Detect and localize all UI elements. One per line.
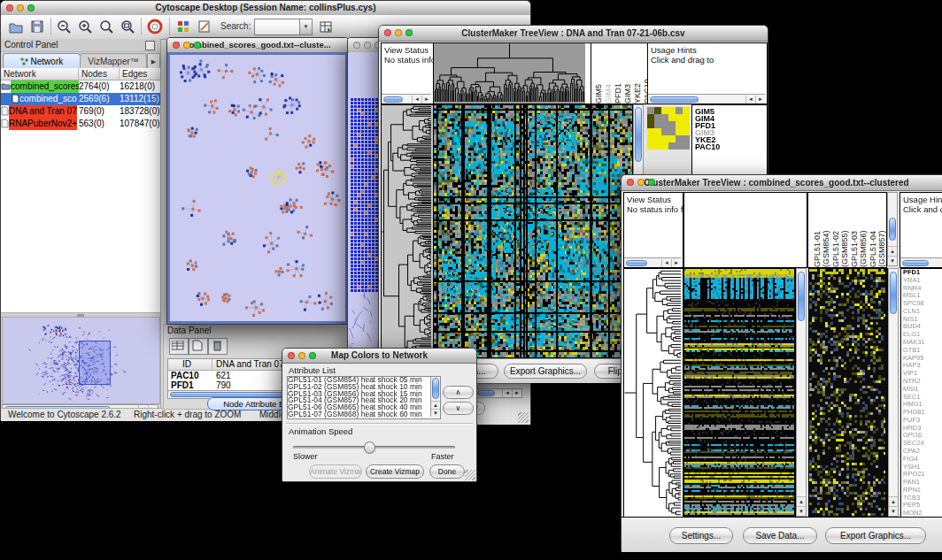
scroll-right-icon[interactable]: ►: [421, 96, 431, 104]
tv2-column-dendrogram-panel[interactable]: [683, 192, 807, 268]
tv2-top-vscrollbar[interactable]: ▲ ▼: [887, 192, 898, 266]
dialog-titlebar[interactable]: Map Colors to Network: [282, 349, 476, 364]
network-view-titlebar[interactable]: combined_scores_good.txt--cluste...: [167, 38, 348, 53]
list-vscrollbar[interactable]: ▲ ▼: [430, 377, 440, 417]
scroll-down-icon[interactable]: ▼: [888, 256, 897, 265]
close-icon[interactable]: [384, 29, 391, 36]
close-icon[interactable]: [6, 4, 13, 12]
tv1-gene-dendrogram[interactable]: [382, 105, 431, 357]
zoom-in-icon[interactable]: [77, 19, 93, 35]
open-session-icon[interactable]: [8, 19, 24, 35]
scroll-down-icon[interactable]: ▼: [431, 409, 440, 417]
scroll-up-icon[interactable]: ▲: [797, 496, 806, 506]
close-icon[interactable]: [353, 42, 360, 49]
col-edges[interactable]: Edges: [120, 68, 160, 81]
scrollbar-thumb[interactable]: [635, 107, 642, 162]
delete-attribute-icon[interactable]: [208, 338, 228, 355]
resize-grip[interactable]: [465, 470, 475, 480]
hscrollbar[interactable]: ◄►: [900, 257, 942, 267]
new-attribute-icon[interactable]: [189, 338, 208, 355]
table-view-icon[interactable]: [169, 338, 189, 355]
main-window-controls[interactable]: [6, 4, 35, 12]
zoom-out-icon[interactable]: [56, 19, 72, 35]
scrollbar-thumb[interactable]: [798, 272, 805, 321]
tv2-zoom-vscrollbar[interactable]: ▲ ▼: [888, 268, 899, 517]
close-icon[interactable]: [173, 42, 180, 49]
minimize-icon[interactable]: [183, 42, 190, 49]
network-view-2-canvas[interactable]: [349, 52, 378, 383]
move-down-button[interactable]: ∨: [443, 402, 474, 415]
scroll-down-icon[interactable]: ▼: [889, 506, 898, 516]
resize-grip[interactable]: [518, 412, 529, 423]
minimize-icon[interactable]: [395, 29, 402, 36]
scroll-up-icon[interactable]: ▲: [889, 496, 898, 506]
zoom-window-icon[interactable]: [194, 42, 201, 49]
tab-network[interactable]: Network: [3, 53, 81, 69]
close-icon[interactable]: [627, 179, 634, 186]
scroll-up-icon[interactable]: ▲: [888, 246, 897, 256]
annotation-icon[interactable]: [197, 19, 212, 35]
scroll-down-icon[interactable]: ▼: [797, 506, 806, 516]
import-table-icon[interactable]: [318, 19, 334, 35]
network-view-canvas[interactable]: [170, 55, 345, 321]
scroll-right-icon[interactable]: ►: [512, 389, 521, 397]
attribute-list[interactable]: GPL51-01 (GSM854) heat shock 05 minGPL51…: [287, 376, 441, 419]
zoom-window-icon[interactable]: [405, 29, 413, 36]
attr-col-id[interactable]: ID: [168, 359, 212, 369]
search-dropdown-icon[interactable]: ▼: [299, 19, 313, 35]
move-up-button[interactable]: ∧: [443, 386, 474, 399]
speed-slider-handle[interactable]: [364, 441, 375, 454]
hscrollbar[interactable]: ◄►: [475, 388, 522, 398]
export-graphics-button[interactable]: Export Graphics...: [825, 527, 926, 544]
vizmapper-icon[interactable]: [175, 19, 191, 35]
scroll-left-icon[interactable]: ◄: [412, 96, 421, 104]
zoom-window-icon[interactable]: [27, 4, 35, 12]
tv2-zoom-heatmap[interactable]: [809, 269, 885, 516]
animate-vizmap-button[interactable]: Animate Vizmap: [309, 464, 362, 479]
tv2-vscrollbar[interactable]: ▲ ▼: [796, 268, 807, 517]
minimize-icon[interactable]: [298, 352, 305, 359]
main-titlebar[interactable]: Cytoscape Desktop (Session Name: collins…: [1, 1, 530, 16]
tv2-global-heatmap[interactable]: [684, 269, 794, 516]
zoom-window-icon[interactable]: [648, 179, 655, 186]
minimize-icon[interactable]: [364, 42, 371, 49]
zoom-selected-icon[interactable]: [98, 19, 114, 35]
hscrollbar[interactable]: ◄►: [382, 94, 431, 104]
scroll-left-icon[interactable]: ◄: [502, 389, 512, 397]
tv2-gene-dendrogram[interactable]: [624, 269, 681, 516]
col-nodes[interactable]: Nodes: [79, 68, 120, 81]
scroll-left-icon[interactable]: ◄: [745, 96, 755, 104]
hscrollbar[interactable]: ◄►: [624, 257, 681, 267]
minimize-icon[interactable]: [17, 4, 24, 12]
help-icon[interactable]: [147, 19, 163, 35]
scrollbar-thumb[interactable]: [889, 218, 896, 241]
network-row-rnapuber[interactable]: RNAPuberNov2+563(0)107847(0): [1, 118, 160, 130]
tv1-zoom-heatmap[interactable]: [647, 107, 690, 150]
minimize-icon[interactable]: [637, 179, 645, 186]
save-data-button[interactable]: Save Data...: [743, 527, 817, 544]
scroll-right-icon[interactable]: ►: [671, 259, 681, 267]
network-row-combined-sco-selected[interactable]: combined_sco2569(6)13112(15): [1, 93, 160, 105]
network-row-dna-tran[interactable]: DNA and Tran 07769(0)183728(0): [1, 105, 160, 118]
treeview1-titlebar[interactable]: ClusterMaker TreeView : DNA and Tran 07-…: [379, 26, 768, 42]
scroll-left-icon[interactable]: ◄: [661, 259, 671, 267]
settings-button[interactable]: Settings...: [669, 527, 733, 544]
scrollbar-thumb[interactable]: [890, 272, 897, 314]
scroll-up-icon[interactable]: ▲: [431, 401, 440, 409]
create-vizmap-button[interactable]: Create Vizmap: [366, 464, 424, 479]
attribute-item[interactable]: GPL51-07 (GSM868) heat shock 60 min: [288, 411, 440, 418]
network-row-combined-scores[interactable]: combined_scores2764(0)16218(0): [1, 81, 160, 93]
tv1-global-heatmap[interactable]: [434, 105, 632, 357]
scrollbar-thumb[interactable]: [432, 378, 439, 399]
close-icon[interactable]: [288, 352, 295, 359]
zoom-window-icon[interactable]: [309, 352, 316, 359]
hscrollbar[interactable]: ◄►: [648, 94, 765, 104]
done-button[interactable]: Done: [429, 464, 465, 479]
save-session-icon[interactable]: [29, 19, 45, 35]
export-graphics-button[interactable]: Export Graphics...: [504, 364, 587, 379]
scroll-right-icon[interactable]: ►: [755, 96, 765, 104]
treeview2-titlebar[interactable]: ClusterMaker TreeView : combined_scores_…: [622, 175, 942, 191]
tv1-column-dendrogram[interactable]: [434, 43, 584, 102]
col-network[interactable]: Network: [1, 68, 79, 81]
tab-vizmapper[interactable]: VizMapper™: [80, 53, 147, 69]
